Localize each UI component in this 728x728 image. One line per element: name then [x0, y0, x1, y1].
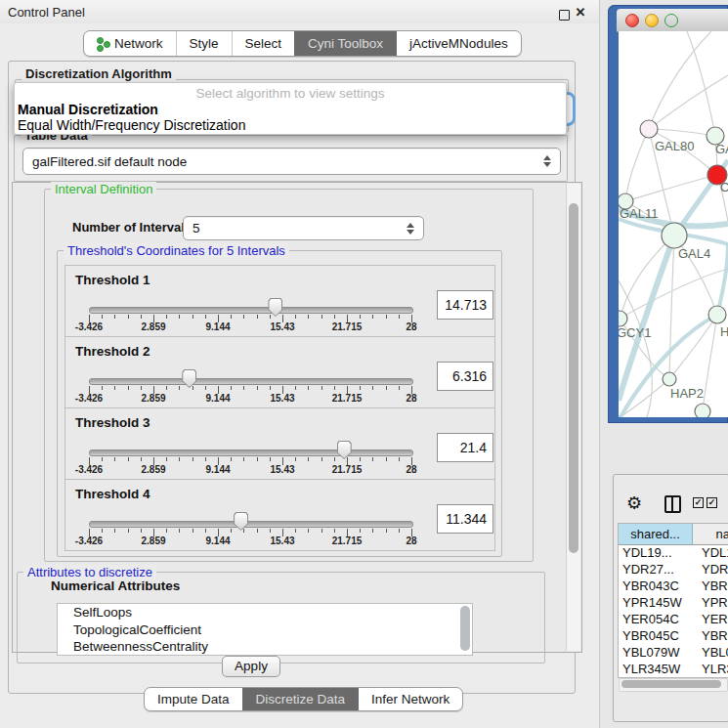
cell-shared-name: YDL19...	[619, 545, 697, 562]
tick-label: 9.144	[205, 535, 230, 546]
tab-infer-network[interactable]: Infer Network	[358, 688, 462, 710]
table-row[interactable]: YDL19...YDL1	[619, 545, 728, 562]
table-row[interactable]: YBL079WYBL0	[619, 645, 728, 662]
column-header-2[interactable]: na	[693, 524, 728, 544]
network-node-label: GAL11	[620, 206, 659, 221]
tick-mark	[166, 529, 167, 533]
tick-label: 28	[406, 464, 416, 475]
column-header-1[interactable]: shared...	[619, 524, 693, 544]
network-node-GAL4[interactable]	[662, 223, 687, 248]
gear-icon[interactable]: ⚙	[626, 492, 642, 514]
tick-mark	[295, 315, 296, 319]
network-canvas[interactable]: GAL80GACGAL11GAL4GCY1HHAP2	[619, 31, 728, 417]
threshold-value-field[interactable]: 11.344	[437, 504, 493, 534]
threshold-value-field[interactable]: 14.713	[437, 290, 493, 320]
tick-label: 28	[406, 535, 416, 546]
network-window-titlebar[interactable]	[617, 9, 728, 32]
cell-name: YDL1	[697, 545, 728, 562]
tick-label: 9.144	[205, 464, 230, 475]
tick-mark	[141, 457, 142, 461]
slider-track[interactable]	[89, 378, 413, 385]
close-icon[interactable]: ✕	[575, 7, 586, 19]
tab-jactivemnodules[interactable]: jActiveMNodules	[396, 31, 521, 56]
threshold-value-field[interactable]: 21.4	[437, 433, 493, 462]
checkbox-icon[interactable]: ✓	[707, 497, 717, 508]
network-edge	[625, 129, 649, 201]
apply-button[interactable]: Apply	[222, 656, 280, 677]
network-node-label: H	[720, 324, 728, 339]
attribute-item[interactable]: BetweennessCentrality	[58, 638, 472, 656]
cell-name: YBL0	[697, 645, 728, 662]
tab-cyni-toolbox[interactable]: Cyni Toolbox	[294, 31, 396, 56]
minimize-traffic-light-icon[interactable]	[645, 14, 659, 27]
checkbox-icon[interactable]: ✓	[693, 497, 704, 508]
algorithm-placeholder-option[interactable]: Select algorithm to view settings	[15, 86, 566, 101]
num-intervals-spinner[interactable]: 5	[183, 216, 424, 240]
network-node-bottom-node[interactable]	[695, 404, 710, 417]
attribute-item[interactable]: TopologicalCoefficient	[58, 621, 472, 639]
close-traffic-light-icon[interactable]	[625, 14, 639, 27]
tab-label: Impute Data	[157, 692, 230, 707]
cell-name: YDR2	[697, 562, 728, 578]
table-row[interactable]: YBR043CYBR0	[619, 578, 728, 595]
control-panel-titlebar[interactable]: Control Panel ✕	[0, 0, 599, 23]
settings-scrollpane: Interval Definition Number of Intervals …	[12, 182, 582, 653]
attribute-item[interactable]: SelfLoops	[58, 604, 472, 621]
tab-select[interactable]: Select	[232, 31, 295, 56]
zoom-traffic-light-icon[interactable]	[664, 14, 678, 27]
slider-track[interactable]	[89, 307, 413, 314]
network-node-GCY1[interactable]	[619, 311, 627, 326]
cell-shared-name: YLR345W	[619, 662, 697, 678]
algorithm-option-equal-width[interactable]: Equal Width/Frequency Discretization	[18, 117, 245, 133]
settings-scrollbar-thumb[interactable]	[569, 203, 578, 553]
table-row[interactable]: YDR27...YDR2	[619, 562, 728, 578]
table-panel-titlebar[interactable]: Table Panel	[600, 442, 728, 471]
tick-mark	[334, 315, 335, 319]
tick-mark	[205, 315, 206, 319]
tab-label: Infer Network	[371, 692, 450, 707]
cell-name: YBR0	[697, 628, 728, 645]
table-row[interactable]: YBR045CYBR0	[619, 628, 728, 645]
tick-label: -3.426	[75, 321, 103, 332]
tick-mark	[399, 457, 400, 461]
tick-mark	[257, 457, 258, 461]
float-window-icon[interactable]	[559, 10, 570, 21]
tab-network[interactable]: Network	[84, 31, 176, 56]
tick-label: -3.426	[75, 535, 103, 546]
control-panel-window: Control Panel ✕ NetworkStyleSelectCyni T…	[0, 0, 600, 728]
interval-definition-group: Interval Definition Number of Intervals …	[44, 189, 534, 562]
column-layout-icon[interactable]	[664, 495, 681, 513]
table-horizontal-scrollbar[interactable]	[619, 678, 728, 692]
tick-mark	[270, 386, 271, 390]
table-horizontal-scrollbar-thumb[interactable]	[621, 680, 721, 688]
tick-mark	[243, 315, 244, 319]
tab-impute-data[interactable]: Impute Data	[145, 688, 242, 710]
attributes-group: Attributes to discretize Numerical Attri…	[17, 572, 545, 664]
tick-mark	[102, 315, 103, 319]
numerical-attributes-list[interactable]: SelfLoopsTopologicalCoefficientBetweenne…	[57, 603, 473, 656]
tab-style[interactable]: Style	[176, 31, 232, 56]
attributes-group-label: Attributes to discretize	[23, 565, 156, 579]
algorithm-option-manual[interactable]: Manual Discretization	[18, 102, 158, 117]
tick-mark	[231, 529, 232, 533]
threshold-value-field[interactable]: 6.316	[437, 362, 493, 391]
interval-definition-label: Interval Definition	[51, 182, 156, 196]
network-edge	[649, 31, 711, 129]
tab-discretize-data[interactable]: Discretize Data	[242, 688, 359, 710]
slider-track[interactable]	[89, 450, 413, 456]
list-scrollbar[interactable]	[460, 606, 470, 651]
settings-scrollbar[interactable]	[566, 184, 580, 651]
table-data-combobox[interactable]: galFiltered.sif default node	[22, 148, 561, 175]
network-node-H-node[interactable]	[708, 306, 726, 323]
tick-mark	[114, 529, 115, 533]
network-node-HAP2[interactable]	[663, 372, 676, 386]
table-row[interactable]: YLR345WYLR3	[619, 662, 728, 678]
network-node-GAL80[interactable]	[640, 120, 658, 138]
tick-mark	[386, 457, 387, 461]
node-table[interactable]: shared...na YDL19...YDL1YDR27...YDR2YBR0…	[618, 523, 728, 678]
table-row[interactable]: YER054CYER0	[619, 612, 728, 628]
tab-label: Cyni Toolbox	[308, 36, 383, 51]
table-row[interactable]: YPR145WYPR1	[619, 595, 728, 612]
tick-mark	[399, 315, 400, 319]
slider-track[interactable]	[89, 521, 413, 528]
